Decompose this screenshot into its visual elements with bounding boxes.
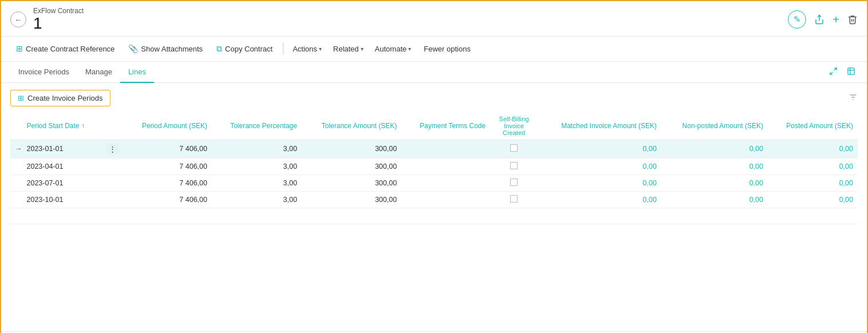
row-tolerance-percentage: 3,00: [212, 191, 302, 208]
create-invoice-periods-button[interactable]: ⊞ Create Invoice Periods: [10, 90, 111, 106]
show-attachments-button[interactable]: 📎 Show Attachments: [123, 41, 208, 56]
col-posted-amount: Posted Amount (SEK): [768, 112, 858, 140]
automate-chevron-icon: ▾: [408, 46, 411, 52]
row-self-billing[interactable]: [490, 191, 538, 208]
top-bar: ← ExFlow Contract 1 ✎ +: [1, 1, 867, 37]
row-non-posted-amount: 0,00: [661, 158, 768, 175]
row-self-billing[interactable]: [490, 175, 538, 191]
row-matched-invoice-amount: 0,00: [538, 158, 661, 175]
col-period-start-date[interactable]: Period Start Date ↑: [22, 112, 102, 140]
table-header-row: Period Start Date ↑ Period Amount (SEK) …: [10, 112, 858, 140]
create-period-icon: ⊞: [18, 94, 24, 102]
row-period-start-date[interactable]: 2023-10-01: [22, 191, 102, 208]
row-matched-invoice-amount: 0,00: [538, 140, 661, 158]
share-icon: [814, 14, 824, 25]
row-period-start-date[interactable]: 2023-04-01: [22, 158, 102, 175]
page-title-area: ExFlow Contract 1: [33, 7, 84, 33]
self-billing-checkbox[interactable]: [510, 195, 518, 203]
actions-button[interactable]: Actions ▾: [288, 42, 326, 56]
col-self-billing: Self-Billing Invoice Created: [490, 112, 538, 140]
col-tolerance-amount: Tolerance Amount (SEK): [302, 112, 401, 140]
row-posted-amount: 0,00: [768, 175, 858, 191]
sub-tab-actions: [827, 65, 858, 80]
copy-contract-button[interactable]: ⧉ Copy Contract: [211, 41, 278, 57]
edit-icon: ✎: [794, 14, 801, 25]
row-tolerance-percentage: 3,00: [212, 140, 302, 158]
row-context-menu-button[interactable]: ⋮: [106, 144, 119, 154]
automate-button[interactable]: Automate ▾: [370, 42, 416, 56]
create-contract-ref-button[interactable]: ⊞ Create Contract Reference: [10, 41, 120, 56]
delete-button[interactable]: [847, 14, 858, 25]
row-dots[interactable]: ⋮: [101, 140, 124, 158]
row-non-posted-amount: 0,00: [661, 191, 768, 208]
back-icon: ←: [14, 15, 22, 24]
col-payment-terms-code: Payment Terms Code: [401, 112, 490, 140]
sub-tabs: Invoice Periods Manage Lines: [1, 62, 867, 83]
row-tolerance-amount: 300,00: [302, 175, 401, 191]
tab-invoice-periods[interactable]: Invoice Periods: [10, 62, 77, 83]
table-row[interactable]: →2023-01-01⋮7 406,003,00300,000,000,000,…: [10, 140, 858, 158]
row-arrow: [10, 191, 22, 208]
row-dots: [101, 175, 124, 191]
row-posted-amount: 0,00: [768, 140, 858, 158]
row-period-amount: 7 406,00: [124, 140, 212, 158]
col-dots: [101, 112, 124, 140]
tab-manage[interactable]: Manage: [77, 62, 120, 83]
trash-icon: [847, 14, 858, 25]
content-area: ⊞ Create Invoice Periods Period Start Da…: [1, 83, 867, 231]
table-body: →2023-01-01⋮7 406,003,00300,000,000,000,…: [10, 140, 858, 224]
toolbar: ⊞ Create Contract Reference 📎 Show Attac…: [1, 37, 867, 62]
row-period-amount: 7 406,00: [124, 191, 212, 208]
edit-button[interactable]: ✎: [788, 10, 806, 29]
row-posted-amount: 0,00: [768, 191, 858, 208]
row-dots: [101, 191, 124, 208]
add-button[interactable]: +: [833, 13, 839, 26]
table-empty-row: [10, 208, 858, 224]
page-number: 1: [33, 15, 84, 33]
row-self-billing[interactable]: [490, 158, 538, 175]
fullscreen-icon[interactable]: [845, 65, 858, 80]
main-content: ⊞ Create Invoice Periods Period Start Da…: [1, 83, 867, 333]
row-arrow: [10, 158, 22, 175]
self-billing-checkbox[interactable]: [510, 179, 518, 186]
tab-lines[interactable]: Lines: [120, 62, 154, 83]
table-row[interactable]: 2023-04-017 406,003,00300,000,000,000,00: [10, 158, 858, 175]
row-payment-terms-code: [401, 175, 490, 191]
create-btn-row: ⊞ Create Invoice Periods: [10, 90, 858, 106]
row-non-posted-amount: 0,00: [661, 175, 768, 191]
self-billing-checkbox[interactable]: [510, 162, 518, 169]
svg-rect-1: [848, 68, 854, 74]
row-arrow: →: [10, 140, 22, 158]
table-row[interactable]: 2023-07-017 406,003,00300,000,000,000,00: [10, 175, 858, 191]
row-dots: [101, 158, 124, 175]
col-tolerance-percentage: Tolerance Percentage: [212, 112, 302, 140]
attachments-icon: 📎: [128, 44, 138, 53]
back-button[interactable]: ←: [10, 11, 26, 27]
row-payment-terms-code: [401, 191, 490, 208]
row-arrow: [10, 175, 22, 191]
row-payment-terms-code: [401, 158, 490, 175]
row-tolerance-amount: 300,00: [302, 140, 401, 158]
related-chevron-icon: ▾: [361, 46, 364, 52]
col-matched-invoice-amount: Matched Invoice Amount (SEK): [538, 112, 661, 140]
col-period-amount: Period Amount (SEK): [124, 112, 212, 140]
row-self-billing[interactable]: [490, 140, 538, 158]
share-button[interactable]: [814, 14, 824, 25]
filter-icon[interactable]: [849, 93, 858, 102]
contract-ref-icon: ⊞: [16, 44, 23, 53]
row-non-posted-amount: 0,00: [661, 140, 768, 158]
invoice-periods-table: Period Start Date ↑ Period Amount (SEK) …: [10, 112, 858, 224]
related-button[interactable]: Related ▾: [329, 42, 368, 56]
row-matched-invoice-amount: 0,00: [538, 191, 661, 208]
expand-icon[interactable]: [827, 65, 840, 80]
row-tolerance-percentage: 3,00: [212, 175, 302, 191]
fewer-options-button[interactable]: Fewer options: [418, 42, 476, 56]
row-period-start-date[interactable]: 2023-01-01: [22, 140, 102, 158]
actions-chevron-icon: ▾: [319, 46, 322, 52]
row-period-start-date[interactable]: 2023-07-01: [22, 175, 102, 191]
col-non-posted-amount: Non-posted Amount (SEK): [661, 112, 768, 140]
self-billing-checkbox[interactable]: [510, 144, 518, 152]
top-actions: ✎ +: [788, 10, 858, 29]
table-row[interactable]: 2023-10-017 406,003,00300,000,000,000,00: [10, 191, 858, 208]
breadcrumb: ExFlow Contract: [33, 7, 84, 15]
